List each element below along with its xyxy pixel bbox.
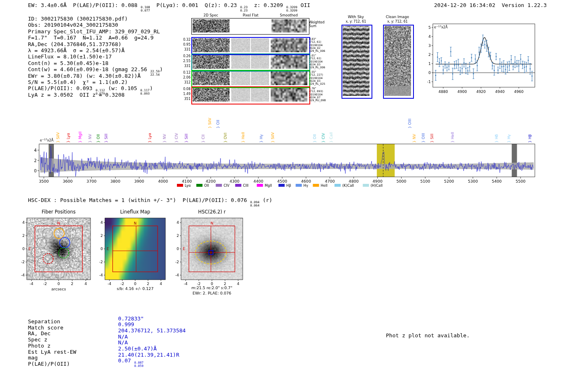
- svg-text:4700: 4700: [325, 179, 335, 183]
- svg-text:0: 0: [58, 282, 60, 286]
- emission-line-label: } SiII: [104, 134, 108, 143]
- data-point: [452, 73, 453, 74]
- emission-line-label: } CIV: [321, 132, 325, 143]
- svg-text:4200: 4200: [206, 179, 216, 183]
- lineflux-caption: s/b: 4.16 +/- 0.127: [105, 286, 165, 291]
- info-line: Primary Spec_Slot_IFU_AMP: 329_097_029_R…: [28, 28, 163, 35]
- data-point: [481, 48, 482, 49]
- data-point: [473, 73, 474, 74]
- data-point: [497, 70, 499, 71]
- zoom-plot-frame: [433, 24, 535, 87]
- data-point: [484, 44, 485, 45]
- svg-text:4400: 4400: [253, 179, 263, 183]
- svg-text:0: 0: [177, 247, 179, 251]
- emission-line-label: } SiIV: [271, 132, 275, 143]
- legend-label: Hβ: [286, 183, 291, 188]
- cutout-left-values: 0.081.49351: [180, 87, 190, 102]
- info-line: LineFlux = 8.10(±1.50)e-17: [28, 53, 163, 60]
- emission-line-label: } SiII: [430, 134, 434, 143]
- uncertainty-range: 0.0940.064: [250, 201, 260, 207]
- svg-text:0: 0: [428, 71, 431, 75]
- data-point: [509, 65, 510, 67]
- gaussian-fit-curve: [436, 37, 532, 64]
- svg-text:4: 4: [177, 220, 179, 225]
- svg-text:4920: 4920: [476, 90, 486, 94]
- data-point: [528, 60, 529, 61]
- hsc-caption-1: m:21.5 re:2.0" s:0.7": [181, 285, 243, 290]
- data-point: [507, 67, 508, 68]
- emission-line-label: } OIII: [421, 133, 425, 143]
- with-sky-frame: [341, 25, 372, 99]
- svg-text:4900: 4900: [458, 90, 467, 94]
- svg-text:4500: 4500: [277, 179, 287, 183]
- emission-line-label: } CIV: [174, 132, 179, 143]
- report-datetime: 2024-12-20 16:34:02: [434, 2, 495, 8]
- cutout-row-frame: [191, 37, 310, 55]
- legend-label: OII: [204, 183, 209, 188]
- emission-line-label: } OIII: [408, 118, 412, 128]
- legend-swatch: [313, 184, 319, 187]
- emission-line-label: } OVI: [223, 133, 228, 143]
- info-line: S/N = 5.5(±0.4) χ² = 1.1(±0.2): [28, 79, 163, 85]
- spectrum-line: [40, 146, 534, 176]
- emission-line-label: } SiII: [184, 134, 188, 143]
- svg-text:2: 2: [22, 234, 25, 238]
- elixer-detection-report: { "header": { "parts": [ {"t":"EW: 3.4±0…: [0, 0, 576, 392]
- svg-text:3: 3: [428, 44, 431, 48]
- svg-text:e−17x2Å: e−17x2Å: [40, 138, 53, 142]
- cutout-row-frame: [191, 53, 310, 72]
- svg-text:2: 2: [71, 282, 74, 286]
- svg-text:4: 4: [160, 282, 162, 286]
- data-point: [492, 65, 493, 67]
- detection-info: ID: 3002175830 (3002175830.pdf)Obs: 2019…: [28, 16, 163, 98]
- cutout-left-value: 0.32: [180, 37, 190, 42]
- spectrum-frame: [39, 144, 535, 177]
- data-point: [490, 55, 491, 56]
- uncertainty-range: 0.32090.3209: [286, 6, 297, 12]
- data-point: [437, 57, 438, 58]
- emission-line-label: } SiIV: [56, 132, 60, 143]
- svg-text:2: 2: [147, 282, 149, 286]
- svg-text:-2: -2: [99, 260, 103, 264]
- svg-text:-2: -2: [21, 260, 25, 264]
- uncertainty-band: [40, 158, 534, 173]
- legend-swatch: [279, 184, 285, 187]
- lineflux-map-image: [105, 218, 165, 280]
- svg-text:-2: -2: [175, 260, 179, 264]
- data-point: [520, 58, 521, 60]
- lineflux-map-title: Lineflux Map: [105, 209, 165, 215]
- match-field-label: Photo z: [28, 343, 51, 349]
- data-point: [441, 60, 442, 62]
- hsc-match-heading: HSC-DEX : Possible Matches = 1 (within +…: [28, 197, 272, 207]
- data-point: [499, 63, 501, 64]
- svg-text:3500: 3500: [39, 179, 49, 183]
- svg-text:2: 2: [428, 53, 431, 57]
- data-point: [486, 45, 487, 46]
- info-line: ID: 3002175830 (3002175830.pdf): [28, 16, 163, 22]
- uncertainty-range: 22.5922.54: [150, 70, 160, 76]
- col-title-smoothed: Smoothed: [270, 13, 308, 17]
- clean-image-coords: x, y: 712, 61: [382, 20, 413, 23]
- cutout-left-values: 0.262.55331: [180, 54, 190, 69]
- cutout-left-value: 0.26: [180, 54, 190, 59]
- match-field-label: Est LyA rest-EW: [28, 349, 76, 355]
- data-point: [462, 68, 463, 69]
- emission-line-label: } NV: [412, 134, 416, 143]
- svg-text:e−17x2Å: e−17x2Å: [434, 25, 448, 29]
- uncertainty-range: 0.230.23: [240, 6, 248, 12]
- svg-text:5400: 5400: [492, 179, 502, 183]
- svg-text:-4: -4: [30, 282, 33, 286]
- match-field-value: 0.07 0.0870.059: [118, 357, 144, 367]
- svg-text:5100: 5100: [420, 179, 430, 183]
- svg-text:4300: 4300: [230, 179, 239, 183]
- emission-line-label: } SiIV: [208, 118, 212, 128]
- svg-text:4000: 4000: [158, 179, 168, 183]
- data-point: [439, 62, 440, 63]
- legend-swatch: [235, 184, 242, 187]
- legend-swatch: [257, 184, 263, 187]
- data-point: [505, 69, 506, 70]
- match-field-label: Match score: [28, 325, 63, 331]
- cutout-right-value: 329_RL_006: [309, 50, 334, 53]
- data-point: [524, 67, 525, 68]
- legend-swatch: [216, 184, 222, 187]
